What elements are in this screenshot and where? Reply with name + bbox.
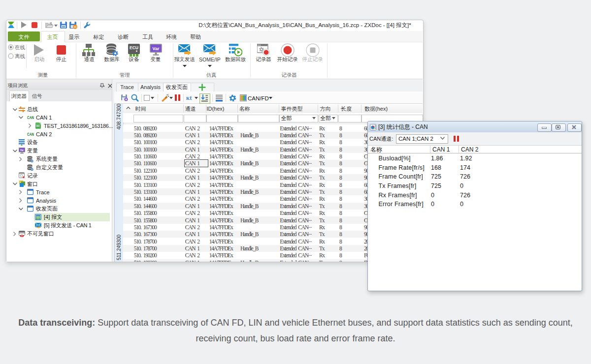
svg-text:Var: Var — [20, 149, 24, 152]
svg-text:Var: Var — [152, 46, 160, 51]
svg-text:DBC: DBC — [36, 125, 41, 128]
svg-text:CAN: CAN — [27, 115, 34, 120]
svg-text:CAN: CAN — [27, 132, 34, 137]
svg-text:ECU: ECU — [130, 45, 138, 50]
